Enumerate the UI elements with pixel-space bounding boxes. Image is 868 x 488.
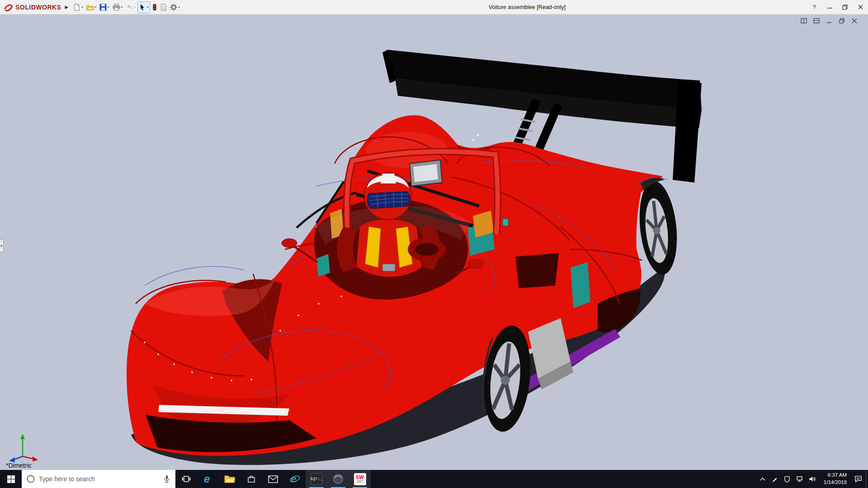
window-title: Voiture assemblee [Read-only] — [489, 4, 566, 10]
tray-pen-icon[interactable] — [772, 476, 778, 482]
doc-restore-icon[interactable] — [838, 17, 845, 24]
options-gear-button[interactable]: ▾ — [169, 1, 181, 13]
show-desktop-button[interactable] — [866, 470, 868, 488]
print-button[interactable]: ▾ — [111, 1, 124, 13]
graphics-area[interactable]: *Dimetric — [0, 14, 868, 470]
solidworks-logo: SOLIDWORKS — [0, 3, 64, 11]
tray-shield-icon[interactable] — [784, 476, 790, 483]
document-window-controls — [800, 17, 858, 24]
solidworks-2017-icon: SW 2017 — [354, 473, 366, 485]
teal-latch — [503, 219, 508, 226]
svg-text:e: e — [204, 473, 210, 485]
select-button[interactable]: ▾ — [137, 1, 151, 13]
taskbar-clock[interactable]: 6:37 AM 1/14/2019 — [822, 472, 849, 486]
store-icon — [247, 474, 256, 483]
feature-tree-collapse-tab[interactable] — [0, 239, 4, 252]
taskbar-search[interactable] — [22, 470, 175, 488]
microphone-icon[interactable] — [163, 475, 171, 483]
taskbar-app-internet-explorer[interactable]: e — [284, 470, 306, 488]
minimize-button[interactable] — [822, 0, 837, 14]
file-properties-button[interactable] — [159, 1, 168, 13]
open-button[interactable]: ▾ — [85, 1, 98, 13]
taskbar-app-solidworks[interactable]: SW 2017 — [349, 470, 371, 488]
tray-volume-icon[interactable] — [809, 476, 816, 482]
action-center-icon[interactable] — [854, 475, 862, 483]
windows-logo-icon — [7, 475, 15, 483]
edge-icon: e — [202, 473, 214, 485]
split-horizontal-icon[interactable] — [813, 17, 820, 24]
side-window-teal — [571, 262, 590, 308]
taskbar-app-edge[interactable]: e — [197, 470, 219, 488]
taskbar-app-command-prompt[interactable]: &gt;_ — [306, 470, 327, 488]
internet-explorer-icon: e — [289, 473, 301, 485]
rearview-mirror — [410, 160, 442, 186]
solidworks-window: SOLIDWORKS ▶ ▾ ▾ ▾ ▾ ▾ — [0, 0, 868, 488]
standard-toolbar: ▾ ▾ ▾ ▾ ▾ ▾ — [72, 0, 181, 14]
taskbar-app-mail[interactable] — [262, 470, 284, 488]
rebuild-button[interactable] — [151, 1, 159, 13]
close-button[interactable] — [853, 0, 868, 14]
file-explorer-icon — [224, 474, 235, 483]
taskbar-app-edrawings[interactable] — [327, 470, 349, 488]
help-button[interactable]: ? — [807, 0, 822, 14]
rear-wheel — [635, 179, 681, 276]
system-tray: 6:37 AM 1/14/2019 — [756, 470, 866, 488]
save-button[interactable]: ▾ — [98, 1, 111, 13]
undo-button[interactable]: ▾ — [124, 1, 137, 13]
taskbar-app-store[interactable] — [241, 470, 262, 488]
search-input[interactable] — [39, 475, 159, 483]
task-view-button[interactable] — [175, 470, 197, 488]
sphere-app-icon — [333, 474, 344, 484]
harness-buckle — [382, 264, 395, 271]
split-vertical-icon[interactable] — [800, 17, 807, 24]
title-bar: SOLIDWORKS ▶ ▾ ▾ ▾ ▾ ▾ — [0, 0, 868, 14]
orientation-triad-icon — [5, 430, 45, 463]
clock-time: 6:37 AM — [828, 472, 847, 479]
window-controls: ? — [807, 0, 868, 14]
start-button[interactable] — [0, 470, 22, 488]
doc-minimize-icon[interactable] — [826, 17, 833, 24]
restore-button[interactable] — [837, 0, 853, 14]
new-document-button[interactable]: ▾ — [72, 1, 85, 13]
car-model — [0, 14, 868, 470]
menu-expand-arrow[interactable]: ▶ — [64, 5, 72, 9]
brand-text: SOLIDWORKS — [15, 4, 61, 11]
command-prompt-icon: &gt;_ — [311, 473, 322, 485]
taskbar: e e & — [0, 470, 868, 488]
tray-chevron-up-icon[interactable] — [760, 477, 766, 481]
ds-logo-icon — [4, 3, 14, 11]
mail-icon — [268, 475, 278, 483]
task-view-icon — [182, 475, 191, 483]
clock-date: 1/14/2019 — [824, 479, 847, 486]
tray-network-icon[interactable] — [796, 476, 803, 482]
taskbar-app-file-explorer[interactable] — [219, 470, 241, 488]
view-orientation-label: *Dimetric — [6, 462, 32, 469]
doc-close-icon[interactable] — [851, 17, 858, 24]
svg-text:e: e — [291, 474, 297, 484]
cortana-icon — [26, 474, 35, 483]
